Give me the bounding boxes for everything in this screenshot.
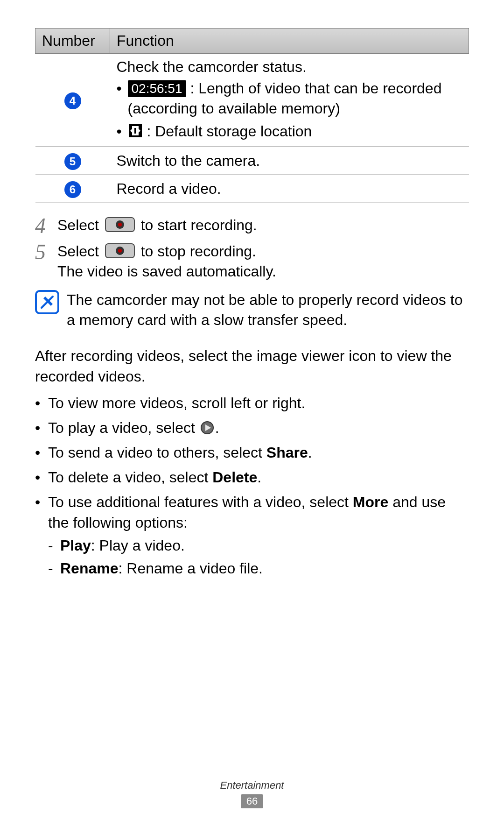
- step-item: 4 Select to start recording.: [35, 215, 469, 237]
- footer-category: Entertainment: [0, 779, 504, 792]
- function-sublist: 02:56:51 : Length of video that can be r…: [117, 78, 462, 142]
- svg-rect-4: [134, 128, 136, 134]
- function-title: Check the camcorder status.: [117, 58, 462, 76]
- step-text: to start recording.: [141, 217, 257, 233]
- step-text: to stop recording.: [141, 243, 256, 260]
- share-label: Share: [266, 444, 308, 461]
- after-recording-paragraph: After recording videos, select the image…: [35, 346, 469, 386]
- rename-option-label: Rename: [60, 560, 119, 577]
- sub-text: : Play a video.: [91, 537, 185, 554]
- circled-number-icon: 5: [64, 153, 81, 170]
- step-body: Select to start recording.: [57, 215, 469, 237]
- circled-number-icon: 4: [64, 92, 81, 109]
- row-function-cell: Record a video.: [110, 175, 469, 203]
- more-options-list: Play: Play a video. Rename: Rename a vid…: [48, 536, 469, 579]
- note-text: The camcorder may not be able to properl…: [67, 290, 469, 330]
- row-number-cell: 6: [35, 175, 110, 203]
- table-row: 4 Check the camcorder status. 02:56:51 :…: [35, 54, 469, 147]
- list-text: .: [215, 419, 219, 436]
- step-text: Select: [57, 217, 103, 233]
- play-option-label: Play: [60, 537, 91, 554]
- table-row: 5 Switch to the camera.: [35, 147, 469, 175]
- list-item: To play a video, select .: [35, 418, 469, 438]
- list-text: To delete a video, select: [48, 469, 212, 486]
- time-badge-icon: 02:56:51: [128, 80, 186, 97]
- step-number: 4: [35, 215, 51, 237]
- record-button-icon: [105, 217, 135, 232]
- page-number: 66: [241, 794, 263, 808]
- list-item: To view more videos, scroll left or righ…: [35, 393, 469, 413]
- note-callout: The camcorder may not be able to properl…: [35, 290, 469, 330]
- function-table: Number Function 4 Check the camcorder st…: [35, 28, 469, 203]
- sub-list-item: Rename: Rename a video file.: [48, 558, 469, 579]
- table-row: 6 Record a video.: [35, 175, 469, 203]
- function-subitem: : Default storage location: [117, 121, 462, 141]
- storage-icon: [128, 123, 143, 138]
- header-number: Number: [35, 28, 110, 54]
- more-label: More: [353, 494, 388, 510]
- sub-text: : Rename a video file.: [119, 560, 263, 577]
- table-header-row: Number Function: [35, 28, 469, 54]
- delete-label: Delete: [212, 469, 257, 486]
- tips-list: To view more videos, scroll left or righ…: [35, 393, 469, 579]
- list-text: To play a video, select: [48, 419, 199, 436]
- play-icon: [200, 421, 214, 435]
- list-text: .: [308, 444, 312, 461]
- svg-point-10: [118, 249, 122, 253]
- list-item: To use additional features with a video,…: [35, 492, 469, 579]
- svg-point-7: [118, 223, 122, 226]
- function-subitem: 02:56:51 : Length of video that can be r…: [117, 78, 462, 119]
- list-item: To send a video to others, select Share.: [35, 443, 469, 463]
- step-item: 5 Select to stop recording. The video is…: [35, 241, 469, 282]
- row-number-cell: 4: [35, 54, 110, 147]
- row-number-cell: 5: [35, 147, 110, 175]
- step-extra-text: The video is saved automatically.: [57, 262, 469, 282]
- manual-page: Number Function 4 Check the camcorder st…: [0, 0, 504, 827]
- steps-list: 4 Select to start recording. 5 Select: [35, 215, 469, 282]
- list-text: To send a video to others, select: [48, 444, 266, 461]
- circled-number-icon: 6: [64, 181, 81, 198]
- list-text: To use additional features with a video,…: [48, 494, 353, 510]
- row-function-cell: Check the camcorder status. 02:56:51 : L…: [110, 54, 469, 147]
- step-text: Select: [57, 243, 103, 260]
- step-number: 5: [35, 241, 51, 282]
- step-body: Select to stop recording. The video is s…: [57, 241, 469, 282]
- list-item: To delete a video, select Delete.: [35, 467, 469, 488]
- row-function-cell: Switch to the camera.: [110, 147, 469, 175]
- page-footer: Entertainment 66: [0, 779, 504, 808]
- list-text: .: [257, 469, 261, 486]
- header-function: Function: [110, 28, 469, 54]
- sub-list-item: Play: Play a video.: [48, 536, 469, 556]
- storage-desc: : Default storage location: [143, 123, 312, 140]
- note-icon: [35, 290, 59, 314]
- record-button-icon: [105, 243, 135, 258]
